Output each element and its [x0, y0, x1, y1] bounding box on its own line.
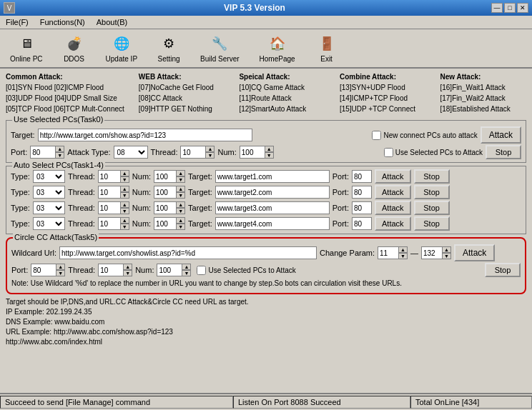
port-input-0[interactable] [352, 170, 372, 183]
thread-down-3[interactable]: ▼ [120, 224, 129, 230]
attack-button-1[interactable]: Attack [375, 185, 411, 199]
task0-checkbox2-label: Use Selected PCs to Attack [395, 149, 483, 156]
task5-to-down[interactable]: ▼ [442, 253, 451, 259]
task5-thread-up[interactable]: ▲ [123, 264, 132, 270]
toolbar-setting[interactable]: ⚙ Setting [153, 32, 184, 64]
task0-num-input[interactable] [240, 146, 265, 159]
task5-to-input[interactable] [421, 246, 443, 259]
attack-button-0[interactable]: Attack [375, 169, 411, 184]
menu-file[interactable]: File(F) [3, 17, 31, 27]
task5-stop-button[interactable]: Stop [485, 263, 521, 277]
task5-port-input[interactable] [31, 264, 56, 276]
task0-thread-down[interactable]: ▼ [205, 152, 215, 159]
thread-down-2[interactable]: ▼ [120, 208, 129, 214]
task-row-4: Type: 03 Thread: ▲ ▼ Num: ▲ ▼ Target: [11, 216, 521, 231]
task5-thread-down[interactable]: ▼ [123, 270, 132, 276]
port-input-1[interactable] [352, 186, 372, 199]
target-input-1[interactable] [215, 186, 330, 199]
task5-port-up[interactable]: ▲ [56, 264, 65, 270]
task5-num-down[interactable]: ▼ [182, 270, 191, 276]
thread-input-1[interactable] [98, 186, 121, 199]
menu-functions[interactable]: Functions(N) [37, 17, 88, 27]
task0-num-down[interactable]: ▼ [265, 152, 274, 159]
task5-port-down[interactable]: ▼ [56, 270, 65, 276]
thread-down-1[interactable]: ▼ [120, 192, 129, 199]
num-input-1[interactable] [154, 186, 177, 199]
type-select-0[interactable]: 03 [33, 170, 65, 183]
target-input-2[interactable] [215, 201, 330, 214]
stop-button-3[interactable]: Stop [414, 216, 450, 231]
task5-checkbox[interactable] [197, 266, 206, 275]
attack-button-2[interactable]: Attack [375, 201, 411, 215]
num-input-0[interactable] [154, 170, 177, 183]
task5-from-down[interactable]: ▼ [398, 253, 408, 259]
num-up-2[interactable]: ▲ [176, 201, 185, 208]
task0-port-input[interactable] [30, 146, 56, 159]
minimize-button[interactable]: — [491, 3, 503, 13]
stop-button-2[interactable]: Stop [414, 201, 450, 215]
task0-target-input[interactable] [38, 129, 252, 141]
task0-attack-button[interactable]: Attack [481, 126, 521, 144]
num-input-3[interactable] [154, 217, 177, 230]
thread-input-0[interactable] [98, 170, 121, 183]
type-select-2[interactable]: 03 [33, 201, 65, 214]
task5-from-up[interactable]: ▲ [398, 246, 408, 253]
thread-up-2[interactable]: ▲ [120, 201, 129, 208]
num-up-0[interactable]: ▲ [176, 170, 185, 176]
toolbar-update-ip[interactable]: 🌐 Update IP [102, 32, 142, 64]
type-select-1[interactable]: 03 [33, 186, 65, 199]
new-attack-item-3: [18]Established Attack [440, 104, 526, 114]
task5-num-up[interactable]: ▲ [182, 264, 191, 270]
task5-wildcard-input[interactable] [59, 246, 317, 259]
task0-stop-button[interactable]: Stop [486, 145, 521, 159]
toolbar-build-server[interactable]: 🔧 Build Server [196, 32, 243, 64]
thread-input-2[interactable] [98, 201, 121, 214]
port-label-2: Port: [332, 204, 349, 212]
task5-thread-spinbtns: ▲ ▼ [123, 264, 132, 276]
num-down-2[interactable]: ▼ [176, 208, 185, 214]
port-input-3[interactable] [352, 217, 372, 230]
thread-input-3[interactable] [98, 217, 121, 230]
num-spin-0: ▲ ▼ [154, 170, 185, 183]
task5-attack-button[interactable]: Attack [454, 244, 495, 261]
port-input-2[interactable] [352, 201, 372, 214]
toolbar-ddos[interactable]: 💣 DDOS [59, 32, 90, 64]
num-up-1[interactable]: ▲ [176, 186, 185, 192]
type-select-3[interactable]: 03 [33, 217, 65, 230]
num-down-0[interactable]: ▼ [176, 176, 185, 183]
target-input-0[interactable] [215, 170, 330, 183]
close-button[interactable]: ✕ [517, 3, 528, 13]
num-input-2[interactable] [154, 201, 177, 214]
num-down-3[interactable]: ▼ [176, 224, 185, 230]
thread-down-0[interactable]: ▼ [120, 176, 129, 183]
task0-checkbox2[interactable] [384, 148, 393, 157]
task0-port-down[interactable]: ▼ [55, 152, 64, 159]
task5-thread-input[interactable] [98, 264, 124, 276]
build-server-icon: 🔧 [208, 34, 231, 54]
thread-up-3[interactable]: ▲ [120, 217, 129, 224]
task0-thread-up[interactable]: ▲ [205, 146, 215, 152]
stop-button-1[interactable]: Stop [414, 185, 450, 199]
thread-up-1[interactable]: ▲ [120, 186, 129, 192]
task5-from-input[interactable] [378, 246, 399, 259]
toolbar-homepage[interactable]: 🏠 HomePage [255, 32, 300, 64]
num-up-3[interactable]: ▲ [176, 217, 185, 224]
attack-button-3[interactable]: Attack [375, 216, 411, 231]
task5-num-input[interactable] [157, 264, 182, 276]
task0-attack-type-select[interactable]: 08 [114, 146, 148, 159]
target-input-3[interactable] [215, 217, 330, 230]
task5-from-spin: ▲ ▼ [378, 246, 408, 259]
stop-button-0[interactable]: Stop [414, 169, 450, 184]
task5-to-up[interactable]: ▲ [442, 246, 451, 253]
task0-num-up[interactable]: ▲ [265, 146, 274, 152]
task0-thread-input[interactable] [180, 146, 206, 159]
toolbar-exit[interactable]: 🚪 Exit [311, 32, 343, 64]
toolbar-online-pc[interactable]: 🖥 Online PC [6, 32, 47, 64]
task0-port-up[interactable]: ▲ [55, 146, 64, 152]
common-attack-item-1: [01]SYN Flood [02]ICMP Flood [6, 82, 124, 93]
thread-up-0[interactable]: ▲ [120, 170, 129, 176]
maximize-button[interactable]: □ [504, 3, 516, 13]
task0-checkbox1[interactable] [372, 131, 381, 140]
num-down-1[interactable]: ▼ [176, 192, 185, 199]
menu-about[interactable]: About(B) [94, 17, 130, 27]
